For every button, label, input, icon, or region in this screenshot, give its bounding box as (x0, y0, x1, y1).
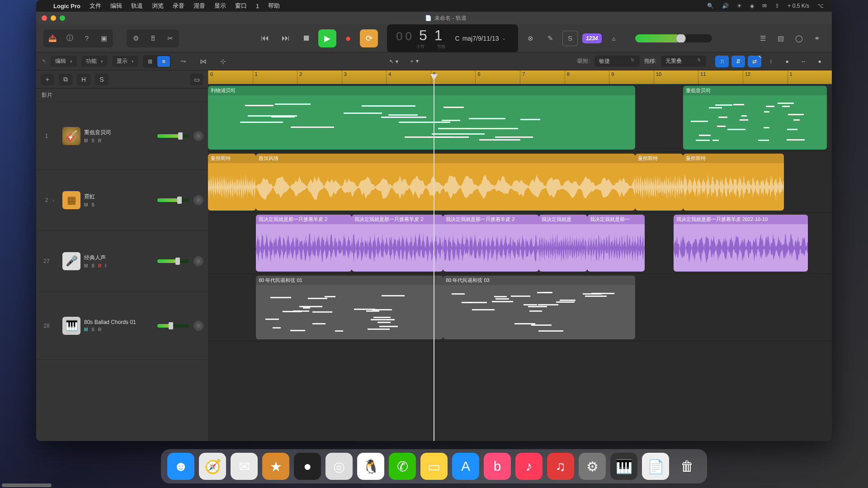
snap-select[interactable]: 敏捷 (594, 56, 640, 67)
cycle-button[interactable]: ⟳ (360, 29, 378, 47)
ruler-bar[interactable]: 0 (208, 70, 253, 84)
dock-app-document[interactable]: 📄 (642, 453, 669, 480)
pan-knob[interactable] (193, 131, 203, 141)
track-header-27[interactable]: 27 🎤 经典人声 M S R I (36, 231, 208, 292)
ruler-bar[interactable]: 3 (342, 70, 387, 84)
track-lane-2[interactable]: 曼彻斯特雅加风情曼彻斯特曼彻斯特 (208, 152, 832, 213)
track-header-1[interactable]: 1 🎸 重低音贝司 M S R (36, 102, 208, 170)
ruler-bar[interactable]: 4 (386, 70, 431, 84)
menu-help[interactable]: 帮助 (268, 2, 280, 10)
dock-app-music[interactable]: ♪ (515, 453, 542, 480)
region[interactable]: 雅加风情 (256, 154, 635, 211)
ruler-bar[interactable]: 11 (698, 70, 743, 84)
dock-app-apogee[interactable]: ● (294, 453, 321, 480)
track-lane-1[interactable]: 利物浦贝司重低音贝司 (208, 84, 832, 152)
volume-fader[interactable] (157, 134, 189, 138)
region[interactable]: 曼彻斯特 (635, 154, 683, 211)
inspector-button[interactable]: ⓘ (62, 31, 77, 46)
low-latency-icon[interactable]: ✎ (542, 31, 558, 46)
region[interactable]: 我决定我就是那一只披着羊皮 2022-10-10 (674, 215, 808, 272)
search-icon[interactable]: 🔍 (707, 3, 714, 9)
menu-record[interactable]: 录音 (173, 2, 184, 10)
dock-app-settings[interactable]: ⚙ (579, 453, 606, 480)
volume-icon[interactable]: 🔊 (722, 3, 729, 9)
volume-fader[interactable] (157, 259, 189, 263)
dock-app-trash[interactable]: 🗑 (674, 453, 701, 480)
window-minimize[interactable] (51, 15, 56, 21)
solo-button[interactable]: S (91, 263, 94, 268)
ruler-bar[interactable]: 1 (253, 70, 297, 84)
dock-app-notes[interactable]: ▭ (420, 453, 448, 480)
ruler-bar[interactable]: 9 (609, 70, 654, 84)
library-button[interactable]: 📥 (45, 31, 60, 46)
menu-edit[interactable]: 编辑 (110, 2, 122, 10)
forward-button[interactable]: ⏭ (277, 29, 295, 47)
track-header-config-icon[interactable]: ▭ (190, 74, 203, 85)
list-editors-icon[interactable]: ☰ (755, 31, 770, 46)
master-volume-slider[interactable] (635, 34, 712, 42)
input-monitor-button[interactable]: I (105, 263, 106, 268)
region[interactable]: 我决定我就是那一只披着羊皮 2 (443, 215, 539, 272)
track-header-28[interactable]: 28 🎹 80s Ballad Chords 01 M S R (36, 292, 208, 360)
replace-mode-icon[interactable]: ⊗ (523, 31, 538, 46)
automation-icon[interactable]: ⤳ (175, 54, 191, 69)
record-enable-button[interactable]: R (98, 263, 101, 268)
region[interactable]: 重低音贝司 (683, 86, 827, 150)
volume-fader[interactable] (157, 198, 189, 202)
ruler-bar[interactable]: 6 (475, 70, 520, 84)
metronome-icon[interactable]: ▵ (606, 31, 622, 46)
view-grid-icon[interactable]: ⊞ (144, 56, 156, 67)
record-button[interactable]: ● (339, 29, 357, 47)
play-button[interactable]: ▶ (318, 29, 336, 47)
region[interactable]: 80 年代民谣和弦 01 (256, 276, 443, 339)
mute-button[interactable]: M (84, 263, 88, 268)
drag-select[interactable]: 无重叠 (661, 56, 706, 67)
waveform-zoom-icon[interactable]: ⎍ (715, 56, 729, 67)
ruler-bar[interactable]: 2 (297, 70, 342, 84)
quick-help-button[interactable]: ? (79, 31, 94, 46)
pan-knob[interactable] (193, 195, 203, 205)
browser-icon[interactable]: ⚭ (809, 31, 825, 46)
toolbar-toggle-button[interactable]: ▣ (96, 31, 112, 46)
wifi-icon[interactable]: ⇪ (775, 3, 779, 9)
track-lane-28[interactable]: 80 年代民谣和弦 0180 年代民谣和弦 03 (208, 274, 832, 342)
bar-ruler[interactable]: 01234567891011121 (208, 70, 832, 84)
mixer-icon[interactable]: 🎚 (145, 31, 160, 46)
add-tool-icon[interactable]: ＋ ▾ (409, 57, 419, 65)
region[interactable]: 我决定我就是那一 (587, 215, 645, 272)
window-maximize[interactable] (60, 15, 65, 21)
back-icon[interactable]: ↰ (42, 58, 46, 65)
dock-app-safari[interactable]: 🧭 (199, 453, 226, 480)
pointer-tool-icon[interactable]: ↖ ▾ (389, 58, 398, 65)
region[interactable]: 我决定我就是 (539, 215, 587, 272)
track-instrument-icon[interactable]: 🎸 (62, 127, 80, 145)
menu-track[interactable]: 轨道 (131, 2, 143, 10)
track-instrument-icon[interactable]: ▦ (62, 191, 80, 209)
track-lane-27[interactable]: 我决定我就是那一只披着羊皮 2我决定我就是那一只披着羊皮 2我决定我就是那一只披… (208, 213, 832, 274)
track-header-2[interactable]: 2 › ▦ 霓虹 M S (36, 170, 208, 231)
track-instrument-icon[interactable]: 🎹 (62, 317, 80, 335)
ruler-bar[interactable]: 5 (431, 70, 476, 84)
ruler-bar[interactable]: 10 (654, 70, 698, 84)
menu-file[interactable]: 文件 (90, 2, 101, 10)
wechat-status-icon[interactable]: ✉ (762, 3, 767, 9)
menu-window[interactable]: 窗口 (235, 2, 247, 10)
count-in-badge[interactable]: 1234 (582, 33, 602, 43)
pan-knob[interactable] (193, 256, 203, 266)
add-track-button[interactable]: ＋ (41, 74, 54, 85)
hotspot-icon[interactable]: ◈ (750, 3, 754, 9)
arrange-area[interactable]: 01234567891011121 利物浦贝司重低音贝司曼彻斯特雅加风情曼彻斯特… (208, 70, 832, 441)
functions-menu[interactable]: 功能 (81, 56, 108, 67)
duplicate-track-button[interactable]: ⧉ (59, 74, 72, 85)
catch-icon[interactable]: ⊹ (215, 54, 231, 69)
region[interactable]: 利物浦贝司 (208, 86, 635, 150)
loop-browser-icon[interactable]: ◯ (791, 31, 807, 46)
ruler-bar[interactable]: 1 (788, 70, 832, 84)
menu-mix[interactable]: 混音 (193, 2, 205, 10)
view-menu[interactable]: 显示 (112, 56, 138, 67)
ruler-bar[interactable]: 8 (565, 70, 609, 84)
record-enable-button[interactable]: R (98, 138, 101, 143)
horizontal-auto-zoom-icon[interactable]: ⇄↖ (748, 56, 761, 67)
dock-app-finder[interactable]: ☻ (167, 453, 194, 480)
dock-app-bilibili[interactable]: b (484, 453, 511, 480)
